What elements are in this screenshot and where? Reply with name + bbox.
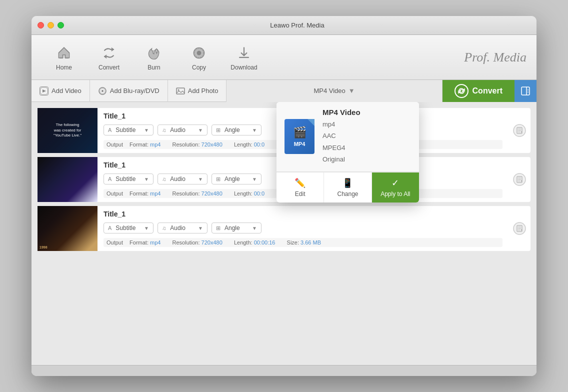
fdp-apply-label: Apply to All [380,190,410,198]
toolbar-copy[interactable]: Copy [176,38,222,78]
audio-dropdown-3[interactable]: ♫ Audio ▼ [158,222,208,234]
traffic-lights [38,22,64,28]
resolution-label-2: Resolution: 720x480 [172,190,228,196]
edit-icon-1 [512,124,526,138]
output-label-3: Output [106,240,123,246]
maximize-button[interactable] [58,22,64,28]
toolbar-convert[interactable]: Convert [86,38,132,78]
toolbar-home[interactable]: Home [42,38,86,78]
subtitle-label-2: Subtitle [116,176,136,182]
fdp-sub-original[interactable]: Original [322,154,411,165]
burn-icon [145,44,163,62]
subtitle-label-1: Subtitle [116,126,136,134]
output-label-2: Output [106,190,123,196]
svg-rect-7 [40,94,42,95]
convert-spin-icon [454,84,468,98]
thumb-text-1: The followingwas created for"YouTube Liv… [52,120,84,140]
angle-label-1: Angle [224,126,240,134]
fdp-check-icon: ✓ [392,178,399,188]
audio-label-1: Audio [170,126,186,134]
toolbar-burn[interactable]: Burn [132,38,176,78]
subtitle-dropdown-1[interactable]: A Subtitle ▼ [104,124,154,136]
format-label-3: Format: mp4 [130,240,166,246]
bottom-bar [32,365,536,376]
title-bar: Leawo Prof. Media [32,16,536,35]
download-icon [235,44,253,62]
video-row-3: 1998 Title_1 A Subtitle ▼ ♫ Audio ▼ [38,206,530,251]
convert-label-btn: Convert [472,86,502,96]
close-button[interactable] [38,22,44,28]
edit-button-1[interactable] [508,108,530,153]
video-thumb-2 [38,157,98,202]
angle-label-2: Angle [224,176,240,182]
fdp-change-icon: 📱 [342,178,353,188]
fdp-sub-mp4[interactable]: mp4 [322,118,411,130]
fdp-title-block: MP4 Video mp4 AAC MPEG4 Original [322,108,411,166]
toolbar-download[interactable]: Download [222,38,266,78]
angle-dropdown-3[interactable]: ⊞ Angle ▼ [212,222,262,234]
svg-rect-12 [176,88,184,94]
fdp-edit-btn[interactable]: ✏️ Edit [276,172,324,202]
fdp-format-name: MP4 Video [322,108,411,116]
add-bluray-label: Add Blu-ray/DVD [110,87,160,94]
svg-rect-8 [46,94,48,95]
edit-button-2[interactable] [508,157,530,202]
video-meta-3: Output Format: mp4 Resolution: 720x480 L… [104,238,502,247]
resolution-label-3: Resolution: 720x480 [172,240,228,246]
subtitle-dropdown-2[interactable]: A Subtitle ▼ [104,174,154,184]
format-dropdown-popup: 🎬 MP4 MP4 Video mp4 AAC MPEG4 Original ✏… [276,102,419,202]
angle-dropdown-2[interactable]: ⊞ Angle ▼ [212,174,262,184]
format-chevron: ▼ [348,87,355,94]
size-label-3: Size: 3.66 MB [287,240,326,246]
download-label: Download [230,64,257,71]
svg-rect-5 [40,87,42,88]
add-video-button[interactable]: Add Video [32,80,90,102]
edit-icon-3 [512,222,526,236]
convert-icon [100,44,118,62]
fdp-sub-aac[interactable]: AAC [322,130,411,142]
content-area: The followingwas created for"YouTube Liv… [32,102,536,365]
add-photo-button[interactable]: Add Photo [168,80,227,102]
minimize-button[interactable] [48,22,54,28]
svg-point-13 [178,89,179,90]
fdp-edit-label: Edit [295,190,306,198]
fdp-apply-all-btn[interactable]: ✓ Apply to All [372,172,419,202]
length-label-3: Length: 00:00:16 [234,240,280,246]
audio-label-2: Audio [170,176,186,182]
audio-dropdown-1[interactable]: ♫ Audio ▼ [158,124,208,136]
svg-rect-6 [46,87,48,88]
format-label: MP4 Video [314,87,345,94]
length-label-2: Length: 00:0 [234,190,270,196]
edit-icon-2 [512,172,526,186]
output-label-1: Output [106,142,123,148]
mp4-file-icon: 🎬 MP4 [284,119,314,154]
fdp-edit-icon: ✏️ [294,178,306,188]
video-thumb-3: 1998 [38,206,98,251]
add-photo-label: Add Photo [188,87,218,94]
main-window: Leawo Prof. Media Home [32,16,536,376]
format-label-2: Format: mp4 [130,190,166,196]
subtitle-dropdown-3[interactable]: A Subtitle ▼ [104,222,154,234]
convert-button[interactable]: Convert [442,80,514,102]
window-title: Leawo Prof. Media [64,22,530,29]
video-controls-3: A Subtitle ▼ ♫ Audio ▼ ⊞ Angle ▼ [104,222,502,234]
fdp-change-btn[interactable]: 📱 Change [324,172,372,202]
video-title-3: Title_1 [104,210,502,218]
video-info-3: Title_1 A Subtitle ▼ ♫ Audio ▼ ⊞ Angle [98,206,508,251]
copy-icon [190,44,208,62]
add-bluray-icon [98,86,107,96]
audio-dropdown-2[interactable]: ♫ Audio ▼ [158,174,208,184]
edit-button-3[interactable] [508,206,530,251]
format-selector[interactable]: MP4 Video ▼ [226,80,442,102]
sidebar-toggle-button[interactable] [514,80,536,102]
add-bluray-button[interactable]: Add Blu-ray/DVD [90,80,168,102]
action-bar: Add Video Add Blu-ray/DVD Add Photo MP4 … [32,80,536,102]
home-icon [55,44,73,62]
length-label-1: Length: 00:0 [234,142,270,148]
video-thumb-1: The followingwas created for"YouTube Liv… [38,108,98,153]
angle-label-3: Angle [224,224,240,232]
angle-dropdown-1[interactable]: ⊞ Angle ▼ [212,124,262,136]
convert-label: Convert [98,64,120,71]
fdp-sub-mpeg4[interactable]: MPEG4 [322,142,411,154]
svg-point-10 [102,90,104,92]
